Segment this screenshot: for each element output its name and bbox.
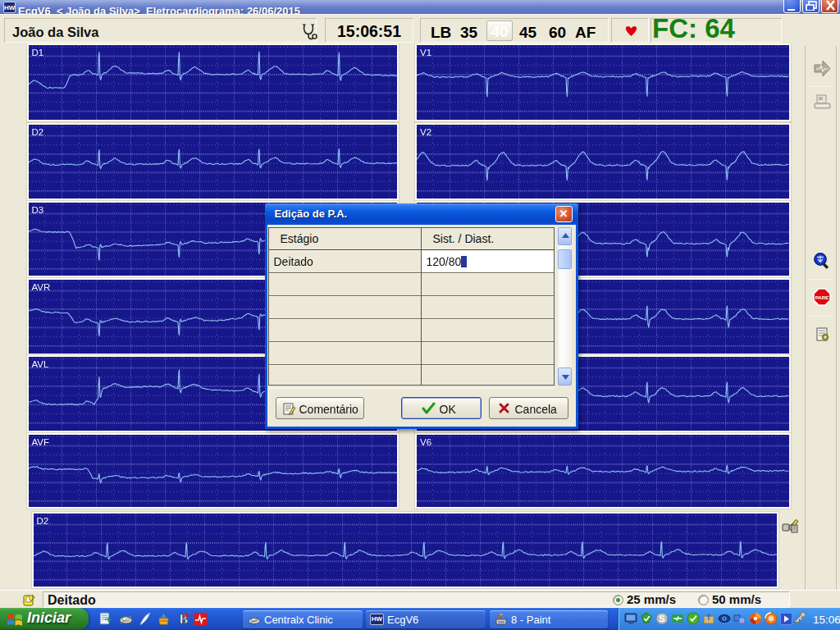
- svg-text:PARE: PARE: [815, 294, 829, 300]
- svg-text:S: S: [659, 614, 664, 623]
